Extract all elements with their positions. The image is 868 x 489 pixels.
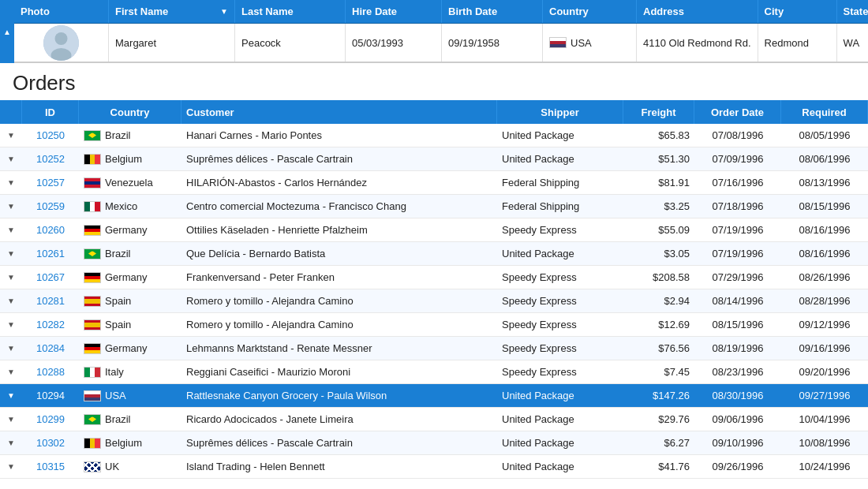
country-flag (84, 296, 101, 307)
customer-cell: Ricardo Adocicados - Janete Limeira (181, 408, 497, 431)
expand-cell[interactable]: ▼ (0, 124, 22, 147)
order-id-link[interactable]: 10261 (36, 248, 65, 259)
order-id-link[interactable]: 10299 (36, 413, 65, 425)
shipper-cell: Federal Shipping (497, 171, 623, 194)
photo-header: Photo (14, 0, 109, 23)
employee-flag (549, 37, 567, 48)
customer-cell: Romero y tomillo - Alejandra Camino (181, 289, 497, 312)
country-flag (84, 461, 101, 472)
expand-cell[interactable]: ▼ (0, 171, 22, 194)
employee-firstname: Margaret (109, 24, 235, 62)
order-id-link[interactable]: 10267 (36, 271, 65, 283)
expand-cell[interactable]: ▼ (0, 384, 22, 407)
table-row[interactable]: ▼ 10261 Brazil Que Delícia - Bernardo Ba… (0, 242, 868, 266)
customer-cell: Que Delícia - Bernardo Batista (181, 242, 497, 265)
id-cell: 10261 (22, 242, 79, 265)
table-row[interactable]: ▼ 10267 Germany Frankenversand - Peter F… (0, 266, 868, 289)
order-id-link[interactable]: 10284 (36, 342, 65, 354)
expand-arrow-icon: ▼ (7, 226, 15, 234)
expand-arrow-icon: ▼ (7, 415, 15, 424)
id-cell: 10257 (22, 171, 79, 194)
expand-cell[interactable]: ▼ (0, 147, 22, 170)
employee-data-row: Margaret Peacock 05/03/1993 09/19/1958 U… (14, 24, 868, 63)
orderdate-col-header: Order Date (694, 100, 781, 124)
orderdate-cell: 08/14/1996 (694, 289, 781, 312)
country-flag (84, 225, 101, 236)
employee-birthdate: 09/19/1958 (442, 24, 543, 62)
table-row[interactable]: ▼ 10315 UK Island Trading - Helen Bennet… (0, 455, 868, 479)
table-row[interactable]: ▼ 10259 Mexico Centro comercial Moctezum… (0, 195, 868, 218)
expand-arrow-icon: ▼ (7, 320, 15, 329)
freight-cell: $3.05 (623, 242, 694, 265)
country-flag (84, 367, 101, 378)
expand-cell[interactable]: ▼ (0, 360, 22, 383)
expand-cell[interactable]: ▼ (0, 242, 22, 265)
order-id-link[interactable]: 10250 (36, 129, 65, 141)
table-row[interactable]: ▼ 10281 Spain Romero y tomillo - Alejand… (0, 289, 868, 313)
country-name: Brazil (105, 129, 131, 141)
expand-cell[interactable]: ▼ (0, 313, 22, 336)
country-cell: Belgium (79, 431, 181, 454)
required-cell: 08/16/1996 (781, 218, 868, 241)
order-id-link[interactable]: 10260 (36, 224, 65, 236)
order-id-link[interactable]: 10315 (36, 461, 65, 472)
order-id-link[interactable]: 10288 (36, 366, 65, 378)
scroll-up-button[interactable]: ▲ (0, 0, 14, 63)
customer-cell: Ottilies Käseladen - Henriette Pfalzheim (181, 218, 497, 241)
order-id-link[interactable]: 10252 (36, 153, 65, 165)
country-header: Country (543, 0, 637, 23)
orders-grid: ID Country Customer Shipper Freight Orde… (0, 100, 868, 479)
country-cell: Brazil (79, 408, 181, 431)
table-row[interactable]: ▼ 10260 Germany Ottilies Käseladen - Hen… (0, 218, 868, 242)
country-name: Belgium (105, 153, 142, 165)
shipper-cell: United Package (497, 384, 623, 407)
table-row[interactable]: ▼ 10294 USA Rattlesnake Canyon Grocery -… (0, 384, 868, 408)
expand-cell[interactable]: ▼ (0, 195, 22, 218)
customer-cell: Island Trading - Helen Bennett (181, 455, 497, 478)
employee-column-headers: Photo First Name ▼ Last Name Hire Date B… (14, 0, 868, 24)
required-cell: 10/24/1996 (781, 455, 868, 478)
customer-cell: Reggiani Caseifici - Maurizio Moroni (181, 360, 497, 383)
employee-hiredate: 05/03/1993 (346, 24, 442, 62)
table-row[interactable]: ▼ 10299 Brazil Ricardo Adocicados - Jane… (0, 408, 868, 431)
table-row[interactable]: ▼ 10282 Spain Romero y tomillo - Alejand… (0, 313, 868, 337)
table-row[interactable]: ▼ 10252 Belgium Suprêmes délices - Pasca… (0, 147, 868, 171)
orderdate-cell: 07/09/1996 (694, 147, 781, 170)
required-cell: 09/16/1996 (781, 337, 868, 360)
employee-address: 4110 Old Redmond Rd. (637, 24, 758, 62)
id-cell: 10267 (22, 266, 79, 289)
order-id-link[interactable]: 10259 (36, 200, 65, 212)
table-row[interactable]: ▼ 10302 Belgium Suprêmes délices - Pasca… (0, 431, 868, 455)
orders-grid-header: ID Country Customer Shipper Freight Orde… (0, 100, 868, 124)
customer-cell: Lehmanns Marktstand - Renate Messner (181, 337, 497, 360)
country-cell: Italy (79, 360, 181, 383)
country-name: UK (105, 461, 119, 472)
city-header: City (758, 0, 837, 23)
id-cell: 10299 (22, 408, 79, 431)
order-id-link[interactable]: 10282 (36, 319, 65, 330)
customer-cell: Suprêmes délices - Pascale Cartrain (181, 431, 497, 454)
expand-cell[interactable]: ▼ (0, 289, 22, 312)
order-id-link[interactable]: 10302 (36, 437, 65, 449)
expand-cell[interactable]: ▼ (0, 266, 22, 289)
order-id-link[interactable]: 10257 (36, 177, 65, 189)
shipper-cell: United Package (497, 408, 623, 431)
table-row[interactable]: ▼ 10284 Germany Lehmanns Marktstand - Re… (0, 337, 868, 360)
expand-cell[interactable]: ▼ (0, 408, 22, 431)
shipper-cell: United Package (497, 242, 623, 265)
expand-cell[interactable]: ▼ (0, 431, 22, 454)
order-id-link[interactable]: 10281 (36, 295, 65, 307)
freight-cell: $3.25 (623, 195, 694, 218)
order-id-link[interactable]: 10294 (36, 390, 65, 401)
expand-cell[interactable]: ▼ (0, 218, 22, 241)
orderdate-cell: 08/19/1996 (694, 337, 781, 360)
expand-cell[interactable]: ▼ (0, 455, 22, 478)
expand-cell[interactable]: ▼ (0, 337, 22, 360)
shipper-cell: Speedy Express (497, 289, 623, 312)
table-row[interactable]: ▼ 10257 Venezuela HILARIÓN-Abastos - Car… (0, 171, 868, 195)
required-cell: 08/28/1996 (781, 289, 868, 312)
table-row[interactable]: ▼ 10250 Brazil Hanari Carnes - Mario Pon… (0, 124, 868, 147)
table-row[interactable]: ▼ 10288 Italy Reggiani Caseifici - Mauri… (0, 360, 868, 384)
freight-cell: $51.30 (623, 147, 694, 170)
shipper-cell: Speedy Express (497, 266, 623, 289)
